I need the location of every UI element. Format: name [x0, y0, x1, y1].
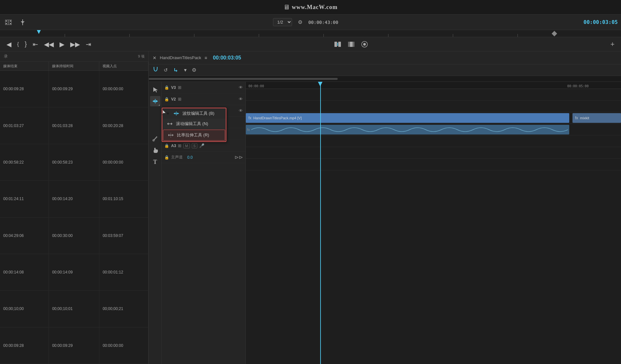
v3-sync-icon[interactable]: ⊞	[178, 85, 181, 90]
svg-rect-3	[6, 23, 7, 24]
timeline-content: 00:00:00 00:00:05:00 fx HandDrawnTitlesP…	[246, 82, 621, 364]
audio-clip-a1[interactable]: fx	[246, 125, 569, 134]
submenu-rolling-label: 滚动编辑工具 (N)	[176, 121, 208, 127]
media-row-2[interactable]: 00:00:58:2200:00:58:2300:00:00:00	[0, 144, 148, 180]
svg-marker-25	[177, 112, 179, 114]
timeline-a2-track[interactable]	[246, 135, 621, 147]
step-back-btn[interactable]: ◀◀	[44, 40, 54, 48]
media-row-7[interactable]: 00:00:09:2800:00:09:2900:00:00:00	[0, 327, 148, 364]
a3-sync-icon[interactable]: ⊞	[178, 143, 181, 148]
v3-eye-icon[interactable]: 👁	[239, 85, 243, 90]
media-row-4[interactable]: 00:04:29:0600:00:30:0000:03:59:07	[0, 217, 148, 254]
panel-header: 录 9 项	[0, 51, 148, 62]
mark-out-btn[interactable]: }	[25, 40, 27, 48]
hand-tool-btn[interactable]	[150, 145, 160, 155]
media-row-0[interactable]: 00:00:09:2800:00:09:2900:00:00:00	[0, 71, 148, 107]
media-cell-5-in_point: 00:00:01:12	[99, 254, 148, 290]
v1-eye-icon[interactable]: 👁	[239, 108, 243, 113]
insert-btn[interactable]	[334, 41, 342, 48]
col-duration[interactable]: 媒体持续时间	[49, 62, 99, 71]
col-end[interactable]: 媒体结束	[0, 62, 49, 71]
text-tool-btn[interactable]: T	[150, 157, 160, 167]
timeline-v1-track[interactable]: fx HandDrawnTitlesPack.mp4 [V] fx mixkit	[246, 112, 621, 124]
video-clip-v1-right[interactable]: fx mixkit	[572, 113, 621, 123]
media-cell-3-duration: 00:00:14:20	[49, 181, 99, 217]
media-cell-3-in_point: 00:01:10:15	[99, 181, 148, 217]
submenu-rate-stretch[interactable]: 比率拉伸工具 (R)	[163, 130, 225, 141]
v2-sync-icon[interactable]: ⊞	[178, 97, 181, 102]
current-time-display: 00:00:03:05	[583, 19, 618, 25]
timeline-a3-track[interactable]	[246, 147, 621, 159]
media-cell-0-end: 00:00:09:28	[0, 71, 49, 107]
plus-btn[interactable]: +	[610, 40, 615, 48]
overwrite-btn[interactable]	[347, 41, 355, 48]
svg-marker-17	[176, 70, 177, 72]
tl-link-btn[interactable]	[172, 66, 180, 74]
go-in-btn[interactable]: ⇤	[33, 40, 38, 48]
media-cell-2-in_point: 00:00:00:00	[99, 144, 148, 180]
svg-rect-4	[10, 23, 11, 24]
mark-in-btn[interactable]: ◀	[6, 40, 11, 48]
tl-marker-btn[interactable]: ▾	[183, 66, 188, 74]
select-tool-btn[interactable]	[150, 84, 160, 95]
left-panel: 录 9 项 媒体结束 媒体持续时间 视频入点 00:00:09:2800:00:…	[0, 51, 149, 364]
film-icon[interactable]	[3, 18, 14, 26]
media-cell-1-end: 00:01:03:27	[0, 107, 49, 144]
timeline-a1-track[interactable]: fx	[246, 124, 621, 135]
v2-lock-icon[interactable]: 🔒	[164, 97, 169, 102]
media-cell-4-duration: 00:00:30:00	[49, 217, 99, 254]
sequence-menu-icon[interactable]: ≡	[204, 55, 207, 60]
ripple-edit-btn[interactable]	[150, 96, 160, 106]
media-cell-1-duration: 00:01:03:28	[49, 107, 99, 144]
export-btn[interactable]	[361, 41, 368, 48]
a3-solo-btn[interactable]: S	[192, 143, 197, 148]
video-clip-label: HandDrawnTitlesPack.mp4 [V]	[253, 116, 301, 120]
video-clip-v1[interactable]: fx HandDrawnTitlesPack.mp4 [V]	[246, 113, 569, 123]
media-row-1[interactable]: 00:01:03:2700:01:03:2800:00:20:28	[0, 107, 148, 144]
tl-undo-btn[interactable]: ↺	[162, 67, 169, 74]
tl-magnet-btn[interactable]	[151, 66, 160, 74]
toolbar-row: 1/2 Full 1/4 ⚙ 00:00:43:00 00:00:03:05	[0, 15, 621, 30]
v2-eye-icon[interactable]: 👁	[239, 97, 243, 102]
track-label-v3: 🔒 V3 ⊞ 👁	[162, 82, 245, 93]
timeline-master-track[interactable]	[246, 159, 621, 170]
master-lock-icon[interactable]: 🔒	[164, 155, 169, 160]
submenu-ripple[interactable]: 波纹编辑工具 (B)	[162, 108, 226, 119]
playback-ratio-select[interactable]: 1/2 Full 1/4	[273, 18, 292, 26]
master-end-btn[interactable]: ⊳⊳	[234, 154, 243, 160]
media-cell-5-duration: 00:00:14:09	[49, 254, 99, 290]
submenu-rate-stretch-label: 比率拉伸工具 (R)	[177, 132, 209, 138]
video-clip-fx-icon: fx	[248, 116, 251, 120]
a3-lock-icon[interactable]: 🔒	[164, 144, 169, 148]
media-row-6[interactable]: 00;00;10;0000;00;10;0100;00;00;21	[0, 291, 148, 327]
media-row-3[interactable]: 00:01:24:1100:00:14:2000:01:10:15	[0, 181, 148, 217]
v3-lock-icon[interactable]: 🔒	[164, 85, 169, 90]
snap-icon[interactable]	[17, 18, 28, 27]
mark-btn[interactable]: {	[17, 41, 19, 47]
play-btn[interactable]: ▶	[60, 40, 64, 48]
col-in-point[interactable]: 视频入点	[99, 62, 148, 71]
submenu-rolling[interactable]: 滚动编辑工具 (N)	[162, 119, 226, 129]
wrench-icon[interactable]: ⚙	[296, 18, 304, 27]
submenu-rate-stretch-icon	[168, 133, 174, 137]
close-button[interactable]: ✕	[153, 55, 157, 60]
svg-marker-31	[168, 134, 169, 136]
timeline-scroll-ruler[interactable]	[149, 76, 621, 82]
svg-rect-9	[338, 42, 341, 47]
razor-tool-btn[interactable]	[150, 134, 160, 144]
step-fwd-btn[interactable]: ▶▶	[70, 40, 80, 48]
ruler-inner	[0, 30, 621, 37]
track-label-v2: 🔒 V2 ⊞ 👁	[162, 93, 245, 105]
media-cell-4-end: 00:04:29:06	[0, 217, 49, 254]
v2-name: V2	[171, 97, 176, 102]
timeline-v3-track[interactable]	[246, 89, 621, 101]
a3-mute-btn[interactable]: M	[183, 143, 190, 148]
go-out-btn[interactable]: ⇥	[86, 40, 91, 48]
ruler-playhead[interactable]	[37, 30, 41, 34]
timeline-v2-track[interactable]	[246, 101, 621, 112]
tl-settings-btn[interactable]: ⚙	[191, 66, 198, 74]
a3-mic-icon[interactable]: 🎤	[199, 143, 204, 148]
media-row-5[interactable]: 00:00:14:0800:00:14:0900:00:01:12	[0, 254, 148, 290]
svg-rect-2	[10, 20, 11, 22]
svg-rect-8	[334, 42, 337, 47]
